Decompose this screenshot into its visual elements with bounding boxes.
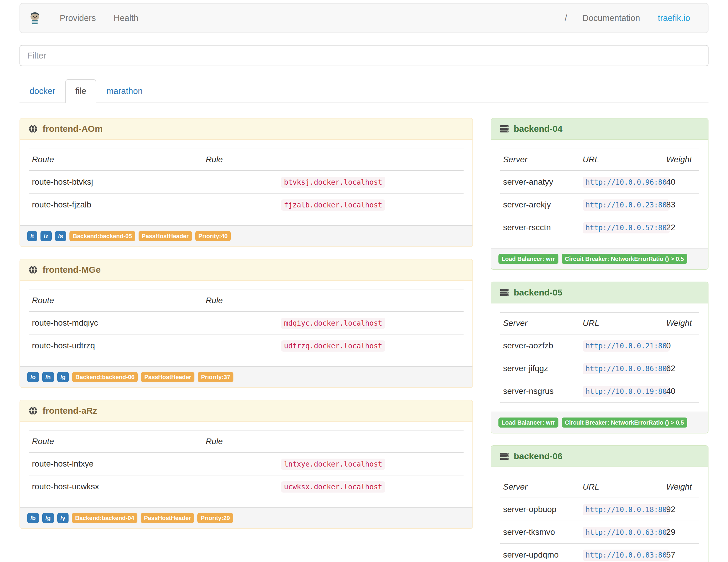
backend-ref-badge: Backend:backend-05 [69, 231, 135, 241]
backend-title: backend-05 [514, 288, 563, 298]
server-url-link[interactable]: http://10.0.0.57:80 [583, 222, 670, 233]
backend-panel-06: backend-06 Server URL Weight server-opbu… [491, 445, 709, 562]
url-cell: http://10.0.0.63:80 [580, 521, 663, 544]
route-row: route-host-ucwksx ucwksx.docker.localhos… [29, 475, 464, 498]
server-url-link[interactable]: http://10.0.0.96:80 [583, 177, 670, 188]
traefik-logo-icon [29, 12, 41, 25]
priority-badge: Priority:29 [197, 513, 233, 523]
nav-link-providers[interactable]: Providers [51, 13, 105, 23]
server-weight: 22 [663, 216, 699, 239]
server-weight: 92 [663, 498, 699, 521]
traefik-logo[interactable] [29, 12, 51, 25]
rule-column-header: Rule [203, 431, 463, 453]
entrypoint-badge: /g [42, 513, 54, 523]
nav-link-traefik-io[interactable]: traefik.io [649, 13, 699, 23]
frontend-panel-heading: frontend-MGe [20, 259, 472, 281]
server-row: server-arekjy http://10.0.0.23:80 83 [500, 194, 699, 216]
url-cell: http://10.0.0.19:80 [580, 380, 663, 403]
url-cell: http://10.0.0.96:80 [580, 170, 663, 194]
circuit-breaker-badge: Circuit Breaker: NetworkErrorRatio () > … [562, 418, 687, 428]
rule-value: fjzalb.docker.localhost [281, 199, 385, 211]
entrypoint-badge: /z [40, 231, 52, 241]
backend-panel-body: Server URL Weight server-opbuop http://1… [491, 467, 708, 562]
rule-cell: mdqiyc.docker.localhost [203, 311, 463, 334]
server-weight: 57 [663, 544, 699, 562]
servers-table: Server URL Weight server-anatyy http://1… [500, 149, 699, 239]
rule-cell: ucwksx.docker.localhost [203, 475, 463, 498]
servers-header-row: Server URL Weight [500, 149, 699, 171]
circuit-breaker-badge: Circuit Breaker: NetworkErrorRatio () > … [562, 254, 687, 264]
frontend-panel-mge: frontend-MGe Route Rule route-host-mdqiy… [19, 259, 473, 388]
route-column-header: Route [29, 431, 203, 453]
server-url-link[interactable]: http://10.0.0.86:80 [583, 363, 670, 374]
main-content: frontend-AOm Route Rule route-host-btvks… [11, 118, 717, 562]
routes-header-row: Route Rule [29, 149, 464, 171]
server-icon [500, 124, 509, 134]
route-row: route-host-mdqiyc mdqiyc.docker.localhos… [29, 311, 464, 334]
route-name: route-host-ucwksx [29, 475, 203, 498]
backend-panel-04: backend-04 Server URL Weight server-anat… [491, 118, 709, 270]
frontend-panel-body: Route Rule route-host-mdqiyc mdqiyc.dock… [20, 281, 472, 366]
server-name: server-tksmvo [500, 521, 580, 544]
routes-table: Route Rule route-host-btvksj btvksj.dock… [29, 149, 464, 216]
route-column-header: Route [29, 149, 203, 171]
entrypoint-badge: /o [27, 372, 39, 382]
server-url-link[interactable]: http://10.0.0.23:80 [583, 199, 670, 211]
routes-header-row: Route Rule [29, 431, 464, 453]
server-row: server-nsgrus http://10.0.0.19:80 40 [500, 380, 699, 403]
entrypoint-badge: /g [57, 372, 69, 382]
route-row: route-host-fjzalb fjzalb.docker.localhos… [29, 194, 464, 216]
server-row: server-updqmo http://10.0.0.83:80 57 [500, 544, 699, 562]
server-url-link[interactable]: http://10.0.0.19:80 [583, 386, 670, 397]
frontend-panel-arz: frontend-aRz Route Rule route-host-lntxy… [19, 400, 473, 529]
backend-panel-footer: Load Balancer: wrr Circuit Breaker: Netw… [491, 412, 708, 433]
entrypoint-badge: /b [27, 513, 39, 523]
backends-column: backend-04 Server URL Weight server-anat… [482, 118, 717, 562]
frontend-title: frontend-AOm [43, 124, 103, 134]
server-url-link[interactable]: http://10.0.0.83:80 [583, 550, 670, 561]
url-column-header: URL [580, 149, 663, 171]
rule-cell: udtrzq.docker.localhost [203, 334, 463, 357]
route-name: route-host-mdqiyc [29, 311, 203, 334]
server-url-link[interactable]: http://10.0.0.18:80 [583, 504, 670, 515]
url-cell: http://10.0.0.23:80 [580, 194, 663, 216]
backend-panel-heading: backend-05 [491, 282, 708, 303]
route-name: route-host-fjzalb [29, 194, 203, 216]
server-weight: 62 [663, 357, 699, 380]
priority-badge: Priority:40 [195, 231, 231, 241]
provider-tabs: docker file marathon [19, 79, 709, 103]
tab-marathon[interactable]: marathon [96, 79, 153, 103]
rule-cell: btvksj.docker.localhost [203, 170, 463, 194]
server-icon [500, 451, 509, 461]
backend-panel-heading: backend-04 [491, 118, 708, 140]
globe-icon [28, 406, 38, 415]
tab-docker[interactable]: docker [19, 79, 65, 103]
globe-icon [28, 124, 38, 134]
nav-link-health[interactable]: Health [105, 13, 147, 23]
backend-panel-heading: backend-06 [491, 446, 708, 467]
server-url-link[interactable]: http://10.0.0.63:80 [583, 527, 670, 538]
filter-input[interactable] [19, 45, 709, 66]
route-name: route-host-btvksj [29, 170, 203, 194]
nav-link-documentation[interactable]: Documentation [573, 13, 649, 23]
rule-cell: fjzalb.docker.localhost [203, 194, 463, 216]
url-cell: http://10.0.0.21:80 [580, 334, 663, 357]
route-name: route-host-lntxye [29, 452, 203, 475]
server-name: server-anatyy [500, 170, 580, 194]
tab-file[interactable]: file [65, 79, 96, 103]
server-row: server-jifqgz http://10.0.0.86:80 62 [500, 357, 699, 380]
server-url-link[interactable]: http://10.0.0.21:80 [583, 340, 670, 352]
server-row: server-anatyy http://10.0.0.96:80 40 [500, 170, 699, 194]
frontend-title: frontend-MGe [43, 265, 101, 275]
url-cell: http://10.0.0.18:80 [580, 498, 663, 521]
server-weight: 0 [663, 334, 699, 357]
frontend-panel-footer: /b /g /y Backend:backend-04 PassHostHead… [20, 507, 472, 528]
server-name: server-jifqgz [500, 357, 580, 380]
server-row: server-opbuop http://10.0.0.18:80 92 [500, 498, 699, 521]
frontend-panel-heading: frontend-aRz [20, 400, 472, 422]
nav-separator: / [558, 13, 573, 23]
url-column-header: URL [580, 313, 663, 334]
url-column-header: URL [580, 476, 663, 498]
rule-cell: lntxye.docker.localhost [203, 452, 463, 475]
passhostheader-badge: PassHostHeader [141, 372, 194, 382]
